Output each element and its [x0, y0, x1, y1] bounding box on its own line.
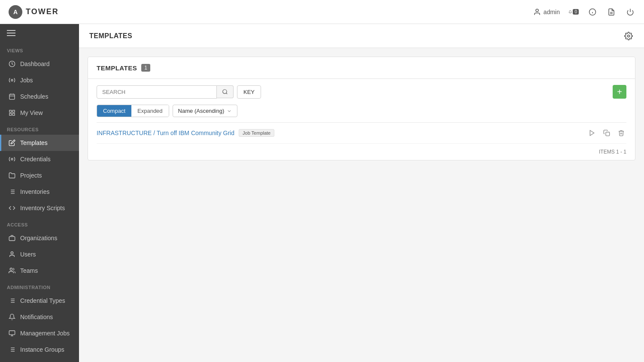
sidebar-item-projects[interactable]: Projects: [0, 167, 79, 184]
credentials-icon: [8, 155, 16, 163]
schedules-icon: [8, 93, 16, 100]
sidebar-item-inventories[interactable]: Inventories: [0, 184, 79, 200]
sidebar-section-resources: RESOURCES: [0, 121, 79, 135]
svg-rect-13: [9, 110, 12, 112]
svg-point-42: [628, 35, 630, 37]
user-name: admin: [544, 9, 560, 15]
template-list: INFRASTRUCTURE / Turn off IBM Community …: [97, 122, 626, 144]
sidebar-item-jobs[interactable]: Jobs: [0, 72, 79, 88]
view-controls: Compact Expanded Name (Ascending): [88, 105, 635, 122]
management-jobs-icon: [8, 329, 16, 337]
compact-view-button[interactable]: Compact: [97, 105, 131, 117]
sidebar-item-templates[interactable]: Templates: [0, 135, 79, 151]
projects-icon: [8, 172, 16, 179]
delete-icon[interactable]: [616, 128, 626, 138]
pagination-info: ITEMS 1 - 1: [88, 144, 635, 160]
svg-marker-45: [590, 130, 594, 136]
power-icon[interactable]: [625, 7, 635, 17]
notifications-bell-icon: [8, 313, 16, 321]
logo-icon: A: [9, 5, 22, 19]
template-type-badge: Job Template: [239, 129, 274, 137]
sidebar-label-notifications: Notifications: [20, 314, 53, 320]
inventory-scripts-icon: [8, 204, 16, 212]
sidebar-label-users: Users: [20, 251, 36, 258]
svg-rect-33: [9, 331, 15, 335]
credential-types-icon: [8, 297, 16, 305]
sidebar-item-notifications[interactable]: Notifications: [0, 309, 79, 325]
search-button[interactable]: [217, 85, 234, 98]
page-title: TEMPLATES: [89, 32, 132, 40]
sidebar-label-inventories: Inventories: [20, 188, 49, 195]
sidebar-label-teams: Teams: [20, 267, 38, 274]
key-button[interactable]: KEY: [237, 85, 261, 99]
teams-icon: [8, 267, 16, 275]
content-body: TEMPLATES 1: [79, 48, 644, 362]
launch-icon[interactable]: [587, 128, 597, 138]
logo-area: A TOWER: [9, 5, 59, 19]
sidebar-label-instance-groups: Instance Groups: [20, 346, 64, 353]
content-area: TEMPLATES TEMPLATES 1: [79, 24, 644, 362]
sidebar-section-access: ACCESS: [0, 216, 79, 230]
chevron-down-icon: [227, 109, 232, 114]
sidebar-label-organizations: Organizations: [20, 235, 57, 241]
sidebar-label-management-jobs: Management Jobs: [20, 330, 70, 337]
template-actions: [587, 128, 626, 138]
inventories-icon: [8, 188, 16, 196]
sidebar-section-admin: ADMINISTRATION: [0, 279, 79, 293]
sidebar-label-credentials: Credentials: [20, 156, 51, 163]
sort-label: Name (Ascending): [178, 108, 225, 114]
notifications-icon[interactable]: 0: [568, 7, 579, 17]
main-layout: VIEWS Dashboard Jobs: [0, 24, 644, 362]
sidebar-item-instance-groups[interactable]: Instance Groups: [0, 341, 79, 358]
hamburger-menu[interactable]: [0, 24, 79, 42]
svg-point-8: [11, 79, 13, 81]
search-area: KEY: [97, 85, 261, 99]
sidebar-item-teams[interactable]: Teams: [0, 262, 79, 279]
card-count: 1: [141, 64, 150, 72]
sidebar-item-management-jobs[interactable]: Management Jobs: [0, 325, 79, 341]
card-title: TEMPLATES: [97, 64, 137, 72]
sidebar-item-credentials[interactable]: Credentials: [0, 151, 79, 167]
sidebar-label-templates: Templates: [20, 139, 48, 146]
expanded-view-button[interactable]: Expanded: [131, 105, 169, 117]
svg-rect-16: [9, 113, 12, 115]
sidebar-item-organizations[interactable]: Organizations: [0, 230, 79, 246]
sidebar: VIEWS Dashboard Jobs: [0, 24, 79, 362]
header-right: admin 0: [533, 7, 635, 17]
sidebar-item-dashboard[interactable]: Dashboard: [0, 56, 79, 72]
svg-rect-24: [9, 237, 15, 241]
dashboard-icon: [8, 60, 16, 68]
sidebar-item-my-view[interactable]: My View: [0, 105, 79, 121]
sidebar-item-schedules[interactable]: Schedules: [0, 88, 79, 105]
sidebar-label-projects: Projects: [20, 172, 42, 179]
user-icon: [533, 8, 541, 16]
content-header: TEMPLATES: [79, 24, 644, 48]
svg-rect-46: [606, 132, 610, 136]
sidebar-label-jobs: Jobs: [20, 77, 33, 84]
info-icon[interactable]: [587, 7, 598, 17]
docs-icon[interactable]: [606, 7, 617, 17]
notification-badge: 0: [573, 9, 579, 15]
sidebar-item-inventory-scripts[interactable]: Inventory Scripts: [0, 200, 79, 216]
sort-dropdown[interactable]: Name (Ascending): [173, 105, 238, 117]
table-row: INFRASTRUCTURE / Turn off IBM Community …: [97, 123, 626, 144]
organizations-icon: [8, 234, 16, 242]
copy-icon[interactable]: [601, 128, 612, 138]
sidebar-label-credential-types: Credential Types: [20, 297, 65, 304]
svg-point-17: [11, 158, 13, 160]
search-icon: [222, 89, 228, 95]
add-template-button[interactable]: +: [613, 85, 626, 99]
user-menu[interactable]: admin: [533, 8, 560, 16]
settings-icon[interactable]: [623, 31, 634, 41]
my-view-icon: [8, 109, 16, 117]
sidebar-item-users[interactable]: Users: [0, 246, 79, 262]
sidebar-item-credential-types[interactable]: Credential Types: [0, 293, 79, 309]
template-name-link[interactable]: INFRASTRUCTURE / Turn off IBM Community …: [97, 130, 234, 136]
view-toggle: Compact Expanded: [97, 105, 169, 117]
templates-card: TEMPLATES 1: [88, 57, 635, 160]
search-input[interactable]: [97, 85, 217, 99]
sidebar-section-views: VIEWS: [0, 42, 79, 56]
svg-point-0: [536, 9, 538, 12]
sidebar-label-schedules: Schedules: [20, 93, 48, 100]
svg-point-26: [10, 268, 12, 270]
